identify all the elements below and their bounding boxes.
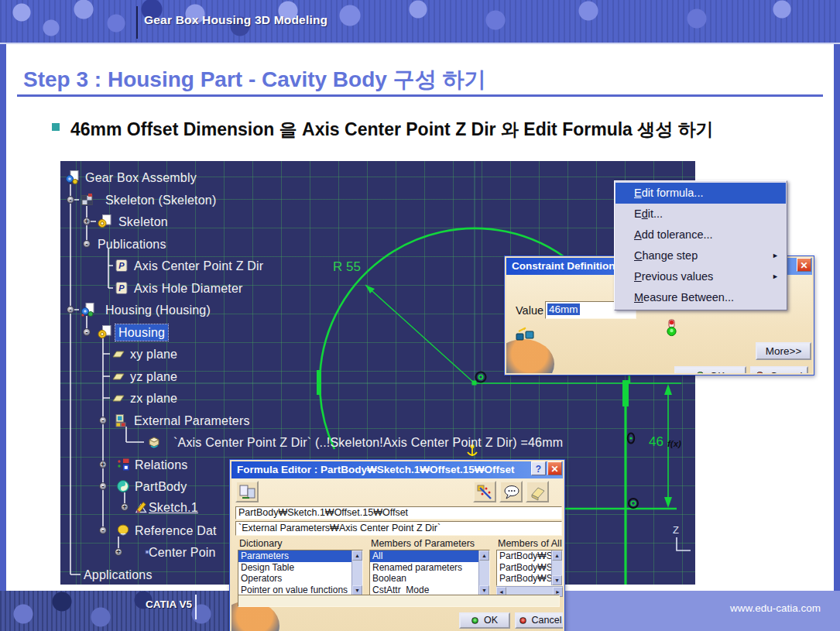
vertical-scrollbar[interactable]: ▲▼ <box>478 550 489 595</box>
context-menu: Edit formula...Edit...Add tolerance...Ch… <box>614 180 787 310</box>
footer-divider <box>195 595 197 619</box>
list-item[interactable]: All <box>370 550 489 562</box>
submenu-arrow-icon: ► <box>772 245 779 266</box>
tree-item[interactable]: Publications <box>98 236 166 252</box>
page-title: Step 3 : Housing Part - Cavity Body 구성 하… <box>23 65 485 94</box>
menu-item-change-step[interactable]: Change step► <box>615 245 786 266</box>
tree-item[interactable]: Center Poin <box>149 544 216 561</box>
scroll-down-icon[interactable]: ▼ <box>552 575 562 585</box>
tree-item[interactable]: xy plane <box>130 346 177 362</box>
tree-item[interactable]: `Axis Center Point Z Dir` (..!Skeleton!A… <box>173 434 563 451</box>
import-icon[interactable] <box>235 481 259 502</box>
wizard-icon[interactable] <box>473 481 496 502</box>
list-item[interactable]: CstAttr_Mode <box>370 585 489 596</box>
ok-ball-icon <box>696 372 705 373</box>
list-members-of-parameters[interactable]: AllRenamed parametersBooleanCstAttr_Mode… <box>369 550 490 596</box>
list-item[interactable]: Operators <box>238 573 362 585</box>
tree-item[interactable]: yz plane <box>130 369 177 385</box>
tree-item[interactable]: Reference Dat <box>135 523 217 539</box>
tree-item[interactable]: Axis Hole Diameter <box>134 280 243 297</box>
vertical-scrollbar[interactable]: ▲▼ <box>351 550 362 595</box>
column-header: Members of Parameters <box>371 538 475 549</box>
param-icon: P <box>115 259 129 273</box>
footer-brand: CATIA V5 <box>146 598 192 610</box>
expand-icon[interactable]: + <box>83 218 91 225</box>
part-icon <box>98 214 111 228</box>
product-icon <box>65 170 79 184</box>
list-item[interactable]: Renamed parameters <box>370 562 489 574</box>
expand-icon[interactable]: + <box>99 461 107 468</box>
scroll-up-icon[interactable]: ▲ <box>552 550 562 561</box>
collapse-icon[interactable]: - <box>99 417 107 424</box>
svg-text:P: P <box>118 261 125 270</box>
top-banner: Gear Box Housing 3D Modeling <box>0 0 840 44</box>
list-item[interactable]: Design Table <box>238 562 362 574</box>
tree-item[interactable]: Sketch.1 <box>149 499 198 516</box>
menu-item-add-tolerance[interactable]: Add tolerance... <box>615 225 786 245</box>
expand-icon[interactable]: + <box>115 548 122 556</box>
result-field[interactable] <box>238 595 560 607</box>
ok-ball-icon <box>471 617 478 624</box>
cancel-button[interactable]: Cancel <box>515 612 563 629</box>
help-icon[interactable]: ? <box>531 461 546 475</box>
extparams-icon <box>115 413 129 427</box>
close-icon[interactable]: ✕ <box>547 461 562 475</box>
collapse-icon[interactable]: - <box>83 328 91 336</box>
tree-item[interactable]: Skeleton (Skeleton) <box>105 192 216 208</box>
collapse-icon[interactable]: - <box>67 306 74 314</box>
tree-item[interactable]: Skeleton <box>118 214 168 230</box>
tree-item[interactable]: Housing (Housing) <box>105 302 211 318</box>
tree-item[interactable]: zx plane <box>130 390 177 406</box>
expression-field[interactable]: PartBody₩Sketch.1₩Offset.15₩Offset <box>235 506 562 520</box>
collapse-icon[interactable]: - <box>99 482 107 490</box>
expand-icon[interactable]: + <box>121 503 129 511</box>
ok-button[interactable]: OK <box>674 366 746 373</box>
dialog-title: Formula Editor : PartBody₩Sketch.1₩Offse… <box>231 461 563 478</box>
tree-item[interactable]: Relations <box>135 457 188 473</box>
left-border <box>0 0 6 591</box>
scroll-up-icon[interactable]: ▲ <box>479 550 489 561</box>
ok-button[interactable]: OK <box>459 612 510 629</box>
list-item[interactable]: Pointer on value functions <box>238 585 362 596</box>
scroll-up-icon[interactable]: ▲ <box>352 550 362 561</box>
value-label: Value <box>516 304 543 317</box>
svg-text:P: P <box>118 283 125 293</box>
eraser-icon[interactable] <box>526 481 549 502</box>
param-icon: P <box>115 281 129 295</box>
dialog-body: PartBody₩Sketch.1₩Offset.15₩Offset `Exte… <box>231 478 563 631</box>
more-button[interactable]: More>> <box>756 342 811 360</box>
column-header: Dictionary <box>239 538 283 549</box>
column-header: Members of All <box>498 538 562 549</box>
bullet-marker <box>52 123 60 131</box>
tree-item[interactable]: Axis Center Point Z Dir <box>134 258 263 274</box>
list-members-of-all[interactable]: PartBody₩SkPartBody₩SkPartBody₩Sk▲▼ <box>496 550 563 586</box>
collapse-icon[interactable]: - <box>67 196 74 204</box>
plane-icon <box>111 369 125 383</box>
menu-item-measure-between[interactable]: Measure Between... <box>615 287 786 308</box>
slide: Gear Box Housing 3D Modeling Step 3 : Ho… <box>0 0 840 631</box>
formula-field[interactable]: `External Parameters₩Axis Center Point Z… <box>235 521 562 536</box>
reference-icon <box>116 523 130 537</box>
extparam-icon <box>147 435 161 449</box>
tree-item[interactable]: Housing <box>115 324 168 341</box>
close-icon[interactable]: ✕ <box>797 258 811 272</box>
plane-icon <box>111 347 125 361</box>
language-bubble-icon[interactable] <box>499 481 523 502</box>
menu-item-previous-values[interactable]: Previous values► <box>615 266 786 287</box>
vertical-scrollbar[interactable]: ▲▼ <box>551 550 562 585</box>
list-dictionary[interactable]: ParametersDesign TableOperatorsPointer o… <box>238 550 363 596</box>
collapse-icon[interactable]: - <box>99 526 107 534</box>
tree-item[interactable]: External Parameters <box>134 413 250 429</box>
cancel-button[interactable]: Cancel <box>750 366 808 373</box>
menu-item-edit-formula[interactable]: Edit formula... <box>615 183 786 204</box>
partbody-icon <box>116 479 130 493</box>
list-item[interactable]: Parameters <box>238 550 362 562</box>
product2-icon <box>81 303 94 317</box>
tree-item[interactable]: PartBody <box>135 478 187 495</box>
list-item[interactable]: Boolean <box>370 573 489 585</box>
tree-item[interactable]: Gear Box Assembly <box>85 170 197 186</box>
menu-item-edit[interactable]: Edit... <box>615 204 786 225</box>
footer-website[interactable]: www.edu-catia.com <box>730 602 821 614</box>
tree-item[interactable]: Applications <box>84 567 153 583</box>
collapse-icon[interactable]: - <box>83 240 91 248</box>
